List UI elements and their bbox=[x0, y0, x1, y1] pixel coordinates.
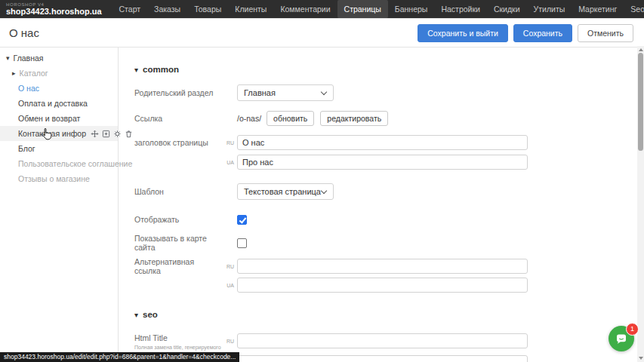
link-label: Ссылка bbox=[134, 114, 217, 123]
section-seo-title: seo bbox=[143, 310, 158, 319]
section-common-title: common bbox=[143, 65, 179, 74]
pages-tree-sidebar: ▾ Главная ▸ Каталог О нас Оплата и доста… bbox=[0, 47, 119, 362]
nav-settings[interactable]: Настройки bbox=[434, 0, 487, 18]
nav-seo[interactable]: Seo bbox=[624, 0, 644, 18]
status-url-tooltip: shop34423.horoshop.ua/edit/edit.php?id=6… bbox=[0, 352, 239, 362]
tree-item-payment-delivery[interactable]: Оплата и доставка bbox=[0, 96, 118, 111]
alt-link-label: Альтернативная ссылка bbox=[134, 257, 217, 275]
tree-item-label: Оплата и доставка bbox=[18, 99, 88, 108]
template-value: Текстовая страница bbox=[244, 187, 321, 196]
html-title-label: Html Title bbox=[134, 333, 217, 342]
tree-item-home[interactable]: ▾ Главная bbox=[0, 51, 118, 66]
page-header: О нас Сохранить и выйти Сохранить Отмени… bbox=[0, 18, 644, 48]
nav-start[interactable]: Старт bbox=[112, 0, 148, 18]
settings-gear-icon[interactable] bbox=[113, 130, 122, 138]
move-icon[interactable] bbox=[91, 130, 99, 138]
parent-section-label: Родительский раздел bbox=[134, 88, 217, 97]
tree-item-label: Обмен и возврат bbox=[18, 114, 80, 123]
parent-section-select[interactable]: Главная bbox=[237, 84, 334, 101]
nav-banners[interactable]: Баннеры bbox=[388, 0, 435, 18]
template-label: Шаблон bbox=[134, 187, 217, 196]
nav-comments[interactable]: Комментарии bbox=[273, 0, 337, 18]
nav-discounts[interactable]: Скидки bbox=[487, 0, 527, 18]
app-window: HOROSHOP V4 shop34423.horoshop.ua Старт … bbox=[0, 0, 644, 362]
lang-ua-label: UA bbox=[217, 283, 234, 288]
tree-item-catalog[interactable]: ▸ Каталог bbox=[0, 66, 118, 81]
tree-item-label: О нас bbox=[18, 84, 39, 93]
main-nav: Старт Заказы Товары Клиенты Комментарии … bbox=[112, 0, 644, 18]
page-title-ua-input[interactable] bbox=[237, 155, 528, 170]
link-path-value: /o-nas/ bbox=[237, 114, 261, 123]
tree-item-store-reviews[interactable]: Отзывы о магазине bbox=[0, 171, 118, 186]
alt-link-ru-input[interactable] bbox=[237, 259, 528, 274]
scroll-up-arrow-icon[interactable] bbox=[639, 48, 643, 51]
delete-trash-icon[interactable] bbox=[125, 130, 133, 138]
chevron-down-icon bbox=[321, 187, 327, 193]
html-title-ru-input[interactable] bbox=[237, 333, 528, 348]
tree-item-label: Блог bbox=[18, 144, 35, 153]
tree-item-exchange-return[interactable]: Обмен и возврат bbox=[0, 111, 118, 126]
parent-section-value: Главная bbox=[244, 88, 276, 97]
chat-unread-badge: 1 bbox=[626, 323, 639, 336]
page-title: О нас bbox=[9, 26, 39, 39]
shop-logo[interactable]: HOROSHOP V4 shop34423.horoshop.ua bbox=[6, 2, 102, 16]
template-select[interactable]: Текстовая страница bbox=[237, 183, 334, 200]
nav-orders[interactable]: Заказы bbox=[147, 0, 187, 18]
chevron-right-icon: ▸ bbox=[12, 69, 16, 77]
page-edit-form: ▾ common Родительский раздел Главная Ссы… bbox=[119, 46, 637, 362]
tree-item-label: Главная bbox=[14, 54, 44, 63]
lang-ru-label: RU bbox=[217, 140, 234, 146]
vertical-scrollbar[interactable] bbox=[637, 46, 644, 362]
html-title-hint: Полная замена title, генерируемого bbox=[134, 345, 217, 350]
alt-link-ua-input[interactable] bbox=[237, 278, 528, 293]
nav-clients[interactable]: Клиенты bbox=[228, 0, 273, 18]
tree-item-label: Отзывы о магазине bbox=[18, 174, 90, 183]
chat-bubble-icon bbox=[615, 332, 628, 345]
save-button[interactable]: Сохранить bbox=[513, 24, 572, 42]
nav-marketing[interactable]: Маркетинг bbox=[572, 0, 624, 18]
tree-item-contact-info[interactable]: Контактная инфор bbox=[0, 126, 118, 141]
chevron-down-icon: ▾ bbox=[6, 54, 10, 62]
cancel-button[interactable]: Отменить bbox=[578, 24, 633, 42]
mouse-cursor-hand bbox=[42, 128, 51, 143]
page-title-ru-input[interactable] bbox=[237, 135, 528, 150]
display-label: Отображать bbox=[134, 215, 217, 224]
sitemap-label: Показывать в карте сайта bbox=[134, 234, 217, 252]
tree-item-user-agreement[interactable]: Пользовательское соглашение bbox=[0, 156, 118, 171]
chevron-down-icon: ▾ bbox=[134, 66, 138, 74]
tree-item-label: Контактная инфор bbox=[18, 129, 86, 138]
section-seo[interactable]: ▾ seo bbox=[134, 306, 637, 323]
chevron-down-icon bbox=[321, 88, 327, 94]
chevron-down-icon: ▾ bbox=[134, 311, 138, 319]
lang-ru-label: RU bbox=[217, 264, 234, 269]
tree-item-label: Пользовательское соглашение bbox=[18, 159, 132, 168]
logo-domain-label: shop34423.horoshop.ua bbox=[6, 8, 102, 16]
tree-item-label: Каталог bbox=[20, 69, 48, 78]
lang-ru-label: RU bbox=[217, 339, 234, 344]
tree-item-about[interactable]: О нас bbox=[0, 81, 118, 96]
lang-ua-label: UA bbox=[217, 160, 234, 165]
nav-products[interactable]: Товары bbox=[187, 0, 228, 18]
topbar: HOROSHOP V4 shop34423.horoshop.ua Старт … bbox=[0, 0, 644, 18]
sitemap-checkbox[interactable] bbox=[237, 238, 247, 248]
save-and-exit-button[interactable]: Сохранить и выйти bbox=[418, 24, 508, 42]
tree-item-blog[interactable]: Блог bbox=[0, 141, 118, 156]
scroll-down-arrow-icon[interactable] bbox=[639, 357, 643, 360]
link-edit-button[interactable]: редактировать bbox=[320, 111, 388, 126]
html-title-ua-input[interactable] bbox=[237, 355, 528, 362]
page-title-label: заголовок страницы bbox=[134, 138, 217, 147]
nav-utilities[interactable]: Утилиты bbox=[527, 0, 572, 18]
nav-pages[interactable]: Страницы bbox=[337, 0, 388, 18]
add-page-icon[interactable] bbox=[102, 130, 110, 138]
link-update-button[interactable]: обновить bbox=[267, 111, 314, 126]
display-checkbox[interactable] bbox=[237, 215, 247, 225]
scrollbar-thumb[interactable] bbox=[638, 53, 643, 151]
section-common[interactable]: ▾ common bbox=[134, 61, 637, 78]
